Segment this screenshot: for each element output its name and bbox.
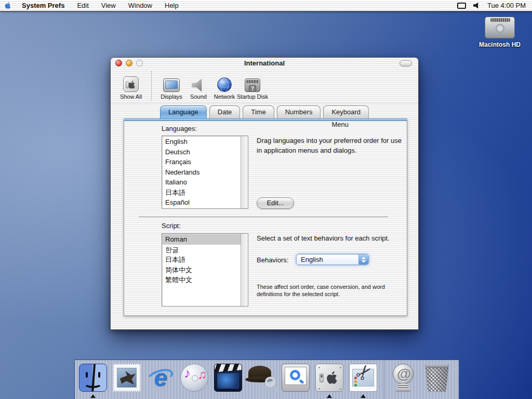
tab-date[interactable]: Date xyxy=(209,105,240,118)
dock-finder[interactable] xyxy=(79,364,107,398)
running-indicator xyxy=(327,394,332,398)
hard-disk-icon xyxy=(485,17,515,38)
edit-button[interactable]: Edit... xyxy=(257,197,294,209)
grab-icon: ✂ xyxy=(349,364,377,392)
dock-at-docklet[interactable]: @ xyxy=(389,364,417,398)
toolbar-separator xyxy=(151,71,152,100)
script-item[interactable]: 日本語 xyxy=(162,255,241,265)
script-item-selected[interactable]: Roman xyxy=(162,234,241,245)
system-preferences-icon xyxy=(315,364,343,392)
behaviors-label: Behaviors: xyxy=(257,256,288,264)
dock-system-preferences[interactable] xyxy=(315,364,343,398)
tab-time[interactable]: Time xyxy=(243,105,274,118)
script-description: Select a set of text behaviors for each … xyxy=(257,233,405,243)
tab-numbers[interactable]: Numbers xyxy=(277,105,321,118)
toolbar-show-all[interactable]: Show All xyxy=(113,72,149,100)
window-title: International xyxy=(111,59,418,67)
menu-app-name[interactable]: System Prefs xyxy=(16,2,71,9)
languages-label: Languages: xyxy=(162,125,197,132)
tab-language[interactable]: Language xyxy=(160,105,207,118)
dock-grab[interactable]: ✂ xyxy=(349,364,377,398)
script-item[interactable]: 繁體中文 xyxy=(162,275,241,285)
scrollbar[interactable] xyxy=(241,234,248,306)
menu-view[interactable]: View xyxy=(95,0,122,11)
volume-menu-extra-icon[interactable] xyxy=(473,2,480,9)
dock-divider xyxy=(384,360,384,399)
behaviors-value: English xyxy=(301,256,323,263)
show-all-icon xyxy=(123,76,139,92)
tab-frame-line xyxy=(124,118,407,121)
dock-itunes[interactable]: ♪♫ xyxy=(180,364,208,398)
language-item[interactable]: English xyxy=(162,137,241,147)
dock-mail[interactable] xyxy=(113,364,141,398)
dock-quicktime[interactable] xyxy=(282,364,310,398)
quicktime-icon xyxy=(282,364,310,392)
mail-icon xyxy=(113,364,141,392)
menu-window[interactable]: Window xyxy=(122,0,158,11)
language-pane: Languages: English Deutsch Français Nede… xyxy=(124,118,407,316)
language-item[interactable]: Deutsch xyxy=(162,147,241,157)
language-item[interactable]: 日本語 xyxy=(162,188,241,198)
dock-sherlock[interactable] xyxy=(248,364,276,398)
menu-bar: System Prefs Edit View Window Help Tue 4… xyxy=(0,0,532,11)
tab-keyboard-menu[interactable]: Keyboard Menu xyxy=(323,105,369,118)
imovie-icon xyxy=(214,364,242,392)
dock-imovie[interactable] xyxy=(214,364,242,398)
trash-icon xyxy=(423,364,451,392)
itunes-icon: ♪♫ xyxy=(180,364,208,392)
window-international: International Show All Displays xyxy=(110,57,419,330)
dock-internet-explorer[interactable]: e xyxy=(147,364,175,398)
displays-menu-extra-icon[interactable] xyxy=(457,3,466,9)
menu-help[interactable]: Help xyxy=(158,0,185,11)
tab-bar: Language Date Time Numbers Keyboard Menu xyxy=(160,105,369,118)
finder-icon xyxy=(79,364,107,392)
dock-trash[interactable] xyxy=(423,364,451,398)
language-item[interactable]: Español xyxy=(162,197,241,208)
apple-menu[interactable] xyxy=(0,1,16,10)
script-item[interactable]: 한글 xyxy=(162,245,241,255)
languages-description: Drag languages into your preferred order… xyxy=(257,136,405,155)
display-icon xyxy=(163,78,180,92)
language-item[interactable]: Nederlands xyxy=(162,167,241,178)
internet-explorer-icon: e xyxy=(147,364,175,392)
language-item[interactable]: Français xyxy=(162,157,241,167)
toolbar-toggle-pill[interactable] xyxy=(400,60,412,66)
menu-edit[interactable]: Edit xyxy=(71,0,95,11)
startup-disk-icon: ? xyxy=(245,78,260,92)
apple-icon xyxy=(4,1,12,10)
languages-listbox[interactable]: English Deutsch Français Nederlands Ital… xyxy=(162,136,248,209)
running-indicator xyxy=(361,394,366,398)
desktop-icon-macintosh-hd[interactable]: Macintosh HD xyxy=(471,17,529,48)
popup-arrows-icon xyxy=(358,255,368,264)
section-divider xyxy=(139,217,388,217)
dock: e ♪♫ xyxy=(74,360,459,399)
scrollbar[interactable] xyxy=(241,136,248,208)
speaker-icon xyxy=(192,78,205,92)
at-sign-icon: @ xyxy=(389,364,417,392)
menu-clock[interactable]: Tue 4:00 PM xyxy=(487,2,526,9)
preferences-toolbar: Show All Displays Sound Network ? St xyxy=(111,69,418,103)
script-listbox[interactable]: Roman 한글 日本語 简体中文 繁體中文 xyxy=(162,233,248,307)
volume-label: Macintosh HD xyxy=(471,41,529,48)
behaviors-note: These affect sort order, case conversion… xyxy=(257,283,397,298)
behaviors-popup[interactable]: English xyxy=(296,254,369,265)
sherlock-icon xyxy=(248,364,276,392)
script-label: Script: xyxy=(162,222,181,230)
toolbar-startup-disk[interactable]: ? Startup Disk xyxy=(234,72,271,100)
language-item[interactable]: Italiano xyxy=(162,177,241,188)
title-bar[interactable]: International xyxy=(111,58,418,69)
script-item[interactable]: 简体中文 xyxy=(162,265,241,275)
desktop: System Prefs Edit View Window Help Tue 4… xyxy=(0,0,532,399)
globe-icon xyxy=(217,77,232,92)
running-indicator xyxy=(90,394,96,398)
